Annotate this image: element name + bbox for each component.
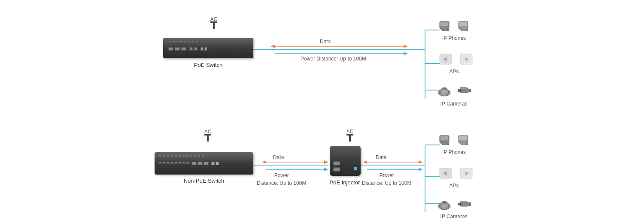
power-plug-injector-bar — [346, 134, 353, 136]
svg-point-58 — [444, 172, 447, 175]
ip-phones-group-bottom — [438, 132, 472, 148]
dome-camera-icon-top — [436, 81, 453, 99]
svg-marker-6 — [404, 45, 408, 48]
ip-cameras-label-bottom: IP Cameras — [434, 214, 473, 220]
bullet-camera-icon-bottom — [456, 195, 474, 212]
data-label-top: Data — [320, 39, 331, 45]
ip-phones-group-top — [438, 18, 472, 33]
ip-cameras-label-top: IP Cameras — [434, 101, 473, 107]
svg-rect-56 — [461, 142, 466, 145]
power-label-bottom-1: PowerDistance: Up to 100M — [257, 172, 306, 187]
ap-icon-1-top — [438, 51, 453, 67]
svg-marker-22 — [419, 160, 423, 164]
power-label-top: Power Distance: Up to 100M — [301, 55, 366, 63]
svg-marker-23 — [363, 160, 367, 164]
ip-phones-label-bottom: IP Phones — [436, 149, 472, 155]
data-label-bottom-2: Data — [376, 154, 386, 160]
svg-rect-54 — [459, 136, 467, 140]
ip-phone-icon-1-bottom — [438, 132, 453, 148]
svg-rect-43 — [443, 87, 446, 90]
svg-point-35 — [444, 58, 447, 60]
svg-rect-31 — [459, 22, 467, 26]
svg-marker-25 — [419, 168, 423, 171]
ip-phone-icon-1-top — [438, 18, 453, 33]
ap-icon-2-top — [459, 51, 474, 67]
ip-phone-icon-2-top — [457, 18, 472, 33]
cameras-group-bottom — [436, 195, 474, 212]
aps-group-bottom — [438, 166, 474, 181]
svg-marker-9 — [404, 52, 408, 55]
ip-phones-label-top: IP Phones — [436, 35, 472, 41]
svg-rect-48 — [460, 87, 467, 89]
non-poe-switch-label: Non-PoE Switch — [155, 178, 253, 184]
dome-camera-icon-bottom — [436, 195, 453, 212]
power-plug-top-bar — [210, 21, 217, 23]
poe-injector-device — [330, 146, 361, 176]
svg-rect-71 — [460, 201, 467, 202]
svg-rect-66 — [443, 201, 446, 204]
non-poe-switch-device — [155, 152, 253, 175]
poe-switch-body — [163, 38, 253, 58]
svg-marker-13 — [262, 160, 266, 164]
aps-group-top — [438, 51, 474, 67]
svg-rect-50 — [440, 136, 448, 140]
ap-icon-1-bottom — [438, 166, 453, 181]
aps-label-top: APs — [436, 69, 472, 75]
svg-point-38 — [465, 58, 468, 60]
data-label-bottom-1: Data — [273, 154, 284, 160]
ip-phone-icon-2-bottom — [457, 132, 472, 148]
poe-switch-label: PoE Switch — [163, 62, 253, 68]
ap-icon-2-bottom — [459, 166, 474, 181]
non-poe-switch-body — [155, 152, 253, 175]
svg-marker-15 — [324, 168, 328, 171]
svg-marker-7 — [270, 45, 275, 48]
svg-point-47 — [460, 90, 462, 91]
power-label-bottom-2: PowerDistance: Up to 100M — [362, 172, 411, 187]
poe-injector-body — [330, 146, 361, 176]
svg-rect-27 — [440, 22, 448, 26]
svg-marker-12 — [324, 160, 328, 164]
power-plug-bottom-switch-bar — [204, 134, 211, 136]
svg-rect-68 — [468, 202, 471, 206]
bullet-camera-icon-top — [456, 81, 474, 99]
svg-rect-33 — [461, 28, 466, 31]
poe-switch-device — [163, 38, 253, 58]
aps-label-bottom: APs — [436, 183, 472, 189]
svg-point-70 — [460, 203, 462, 205]
diagram-container: AC — [0, 0, 644, 223]
poe-injector-label: PoE Injector — [321, 179, 368, 186]
svg-rect-29 — [442, 28, 447, 31]
svg-rect-52 — [442, 142, 447, 145]
svg-rect-45 — [468, 89, 471, 92]
svg-point-61 — [465, 172, 468, 175]
cameras-group-top — [436, 81, 474, 99]
